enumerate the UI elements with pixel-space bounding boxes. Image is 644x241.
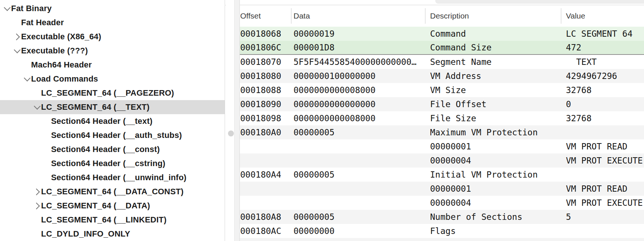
binary-inspector-window: Fat Binary Fat Header Executable (X86_64… [0,0,644,241]
table-row[interactable]: 00018068 00000019 Command LC_SEGMENT_64 [240,27,644,41]
tree-item[interactable]: Load Commands [0,72,225,86]
chevron-icon[interactable] [43,131,51,139]
chevron-icon[interactable] [13,47,21,55]
tree-item-label: LC_SEGMENT_64 (__DATA) [41,201,150,211]
chevron-icon[interactable] [33,230,41,238]
cell-value: VM_PROT_EXECUTE [566,198,644,208]
tree-item-label: LC_SEGMENT_64 (__DATA_CONST) [41,187,184,197]
tree-item[interactable]: LC_SEGMENT_64 (__DATA_CONST) [0,185,225,199]
column-header[interactable]: Value [566,11,644,20]
column-header[interactable]: Description [430,11,566,20]
table-row[interactable] [240,238,644,241]
cell-value: 32768 [566,113,644,123]
table-row[interactable]: 00018090 0000000000000000 File Offset 0 [240,97,644,111]
tree-item[interactable]: LC_SEGMENT_64 (__TEXT) [0,100,225,114]
structure-tree: Fat Binary Fat Header Executable (X86_64… [0,0,225,241]
table-header: OffsetDataDescriptionValue [240,5,644,27]
cell-description: Command [430,29,566,39]
cell-value: VM_PROT_EXECUTE [566,156,644,165]
tree-item[interactable]: Section64 Header (__const) [0,142,225,156]
cell-data: 00000000 [294,226,430,236]
tree-item[interactable]: Executable (???) [0,44,225,58]
cell-data: 00000005 [294,128,430,137]
table-row[interactable]: 00000004 VM_PROT_EXECUTE [240,196,644,210]
cell-data: 0000000000008000 [294,85,430,95]
cell-value: __TEXT [566,57,644,67]
tree-item-label: LC_SEGMENT_64 (__PAGEZERO) [41,88,174,98]
cell-data: 5F5F5445585400000000000… [294,57,430,67]
tree-item-label: Fat Header [21,18,64,27]
cell-value: 4294967296 [566,71,644,81]
cell-description: VM Size [430,85,566,95]
cell-data: 000001D8 [294,43,430,52]
splitter-track [234,0,240,241]
table-row[interactable]: 00018088 0000000000008000 VM Size 32768 [240,83,644,97]
chevron-icon[interactable] [43,145,51,153]
chevron-icon[interactable] [33,216,41,224]
chevron-icon[interactable] [43,159,51,168]
cell-data: 0000000000000000 [294,99,430,109]
cell-value: VM_PROT_READ [566,184,644,194]
tree-item[interactable]: Mach64 Header [0,58,225,72]
table-row[interactable]: 000180A0 00000005 Maximum VM Protection [240,125,644,139]
column-divider[interactable] [561,8,561,24]
table-row[interactable]: 000180AC 00000000 Flags [240,224,644,238]
table-row[interactable]: 000180A4 00000005 Initial VM Protection [240,168,644,182]
cell-description: 00000001 [430,184,566,194]
tree-item[interactable]: LC_SEGMENT_64 (__PAGEZERO) [0,86,225,100]
cell-offset: 00018070 [240,57,294,67]
cell-data: 00000019 [294,29,430,39]
column-divider[interactable] [291,8,292,24]
cell-description: File Size [430,113,566,123]
tree-item[interactable]: LC_SEGMENT_64 (__DATA) [0,199,225,213]
column-divider[interactable] [425,8,426,24]
chevron-icon[interactable] [33,188,41,196]
tree-item-label: Load Commands [31,74,98,84]
cell-description: Initial VM Protection [430,170,566,179]
chevron-icon[interactable] [13,33,21,41]
toolbar-partial-control-right[interactable] [435,0,644,4]
tree-item[interactable]: LC_DYLD_INFO_ONLY [0,227,225,241]
tree-item-label: Section64 Header (__auth_stubs) [51,131,182,140]
tree-item-label: Section64 Header (__const) [51,145,160,154]
chevron-icon[interactable] [23,75,31,83]
tree-item[interactable]: Section64 Header (__unwind_info) [0,171,225,185]
chevron-icon[interactable] [33,89,41,97]
cell-description: 00000004 [430,156,566,165]
table-row[interactable]: 00000001 VM_PROT_READ [240,139,644,153]
cell-offset: 00018088 [240,85,294,95]
cell-value: VM_PROT_READ [566,142,644,151]
cell-description: 00000004 [430,198,566,208]
tree-item[interactable]: LC_SEGMENT_64 (__LINKEDIT) [0,213,225,227]
chevron-icon[interactable] [13,19,21,27]
cell-offset: 00018080 [240,71,294,81]
tree-item[interactable]: Fat Binary [0,1,225,16]
cell-offset: 000180A0 [240,128,294,137]
table-row[interactable]: 00018080 0000000100000000 VM Address 429… [240,69,644,83]
chevron-icon[interactable] [43,117,51,125]
column-header[interactable]: Data [294,11,430,20]
chevron-icon[interactable] [33,103,41,111]
table-row[interactable]: 00018070 5F5F5445585400000000000… Segmen… [240,55,644,69]
tree-item[interactable]: Executable (X86_64) [0,30,225,44]
pane-splitter[interactable] [226,0,240,241]
chevron-icon[interactable] [33,202,41,210]
chevron-icon[interactable] [23,61,31,69]
tree-item[interactable]: Section64 Header (__cstring) [0,156,225,171]
tree-item[interactable]: Fat Header [0,16,225,30]
table-row[interactable]: 0001806C 000001D8 Command Size 472 [240,41,644,55]
splitter-handle[interactable] [228,131,234,136]
column-header[interactable]: Offset [240,11,294,20]
cell-offset: 00018098 [240,113,294,123]
tree-item[interactable]: Section64 Header (__auth_stubs) [0,128,225,142]
table-row[interactable]: 00000004 VM_PROT_EXECUTE [240,153,644,168]
table-row[interactable]: 000180A8 00000005 Number of Sections 5 [240,210,644,224]
tree-item-label: LC_DYLD_INFO_ONLY [41,229,130,239]
cell-value: 5 [566,212,644,222]
chevron-icon[interactable] [43,174,51,182]
table-row[interactable]: 00000001 VM_PROT_READ [240,182,644,196]
chevron-icon[interactable] [3,4,11,13]
tree-item[interactable]: Section64 Header (__text) [0,114,225,128]
tree-item-label: Executable (X86_64) [21,32,101,42]
table-row[interactable]: 00018098 0000000000008000 File Size 3276… [240,111,644,125]
